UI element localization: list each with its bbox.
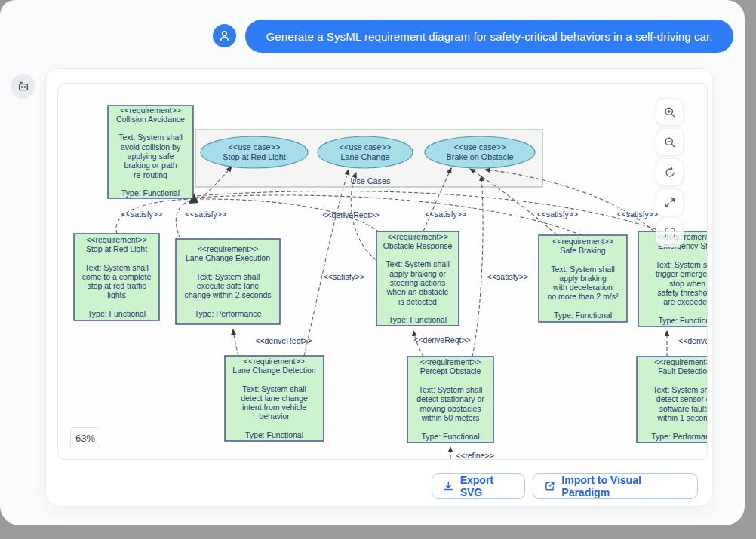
user-message-bubble: Generate a SysML requirement diagram for… xyxy=(245,20,733,53)
zoom-in-icon xyxy=(664,106,676,118)
app-window: Generate a SysML requirement diagram for… xyxy=(0,0,745,525)
relationship-edge xyxy=(233,329,238,356)
requirement-node-stop_red: <<requirement>>Stop at Red Light Text: S… xyxy=(74,234,159,320)
edge-label-derive: <<deriveReqt>> xyxy=(678,336,708,345)
edge-label-derive: <<deriveReqt>> xyxy=(413,335,470,345)
requirement-node-obstacle: <<requirement>>Obstacle Response Text: S… xyxy=(376,231,459,326)
assistant-avatar xyxy=(11,74,35,99)
relationship-edge xyxy=(472,176,483,357)
download-icon xyxy=(443,480,454,492)
relationship-edge xyxy=(176,201,190,239)
requirement-node-lcd: <<requirement>>Lane Change Detection Tex… xyxy=(225,356,324,441)
fullscreen-icon xyxy=(664,227,676,239)
edge-label-satisfy: <<satisfy>> xyxy=(186,210,226,219)
relationship-edge xyxy=(413,331,423,357)
expand-button[interactable] xyxy=(656,188,684,216)
user-message-text: Generate a SysML requirement diagram for… xyxy=(266,30,713,43)
edge-label-satisfy: <<satisfy>> xyxy=(426,210,466,219)
edge-label-satisfy: <<satisfy>> xyxy=(487,272,528,281)
relationship-edge xyxy=(116,199,189,234)
zoom-out-button[interactable] xyxy=(656,128,684,156)
import-to-visual-paradigm-label: Import to Visual Paradigm xyxy=(561,474,687,498)
person-icon xyxy=(218,29,231,42)
requirement-node-collision: <<requirement>>Collision Avoidance Text:… xyxy=(108,106,193,199)
zoom-level-text: 63% xyxy=(75,433,95,444)
export-svg-button[interactable]: Export SVG xyxy=(432,473,525,499)
zoom-in-button[interactable] xyxy=(656,98,684,126)
requirement-node-lce: <<requirement>>Lane Change Execution Tex… xyxy=(176,239,280,324)
use-case-uc_lane: <<use case>>Lane Change xyxy=(318,136,413,168)
edge-label-satisfy: <<satisfy>> xyxy=(617,210,658,219)
canvas-controls xyxy=(656,98,684,249)
requirement-node-safe: <<requirement>>Safe Braking Text: System… xyxy=(539,235,627,322)
edge-label-refine: <<refine>> xyxy=(456,451,494,459)
edge-label-satisfy: <<satisfy>> xyxy=(537,210,578,219)
use-case-uc_stop: <<use case>>Stop at Red Light xyxy=(201,136,308,168)
robot-icon xyxy=(17,80,30,93)
edge-label-satisfy: <<satisfy>> xyxy=(121,210,162,219)
diagram-canvas[interactable]: Use Cases<<satisfy>><<satisfy>><<deriveR… xyxy=(57,83,708,460)
reset-icon xyxy=(664,167,676,179)
relationship-edge xyxy=(304,170,349,356)
requirement-node-percept: <<requirement>>Percept Obstacle Text: Sy… xyxy=(407,357,493,443)
zoom-level-badge: 63% xyxy=(70,427,100,449)
fullscreen-button[interactable] xyxy=(656,219,684,247)
expand-icon xyxy=(664,197,676,209)
export-svg-label: Export SVG xyxy=(460,474,514,498)
zoom-out-icon xyxy=(664,136,676,149)
sysml-requirement-diagram: Use Cases<<satisfy>><<satisfy>><<deriveR… xyxy=(58,84,708,459)
external-link-icon xyxy=(544,480,555,492)
edge-label-satisfy: <<satisfy>> xyxy=(324,272,364,281)
relationship-edge xyxy=(195,191,662,231)
reset-view-button[interactable] xyxy=(656,158,684,186)
use-case-uc_brake: <<use case>>Brake on Obstacle xyxy=(425,136,535,168)
requirement-node-fault: <<requirement>>Fault Detection Text: Sys… xyxy=(637,357,708,443)
edge-label-derive: <<deriveReqt>> xyxy=(255,336,312,345)
import-to-visual-paradigm-button[interactable]: Import to Visual Paradigm xyxy=(533,473,698,499)
user-avatar xyxy=(213,24,236,47)
